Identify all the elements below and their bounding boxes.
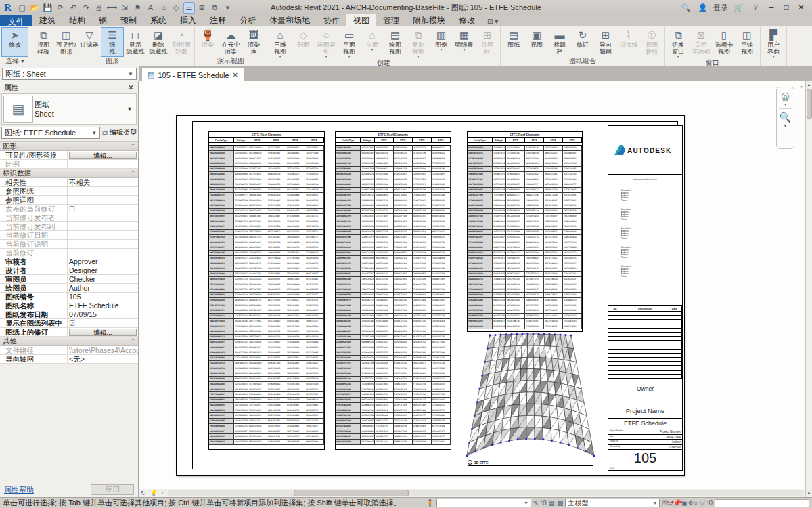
thin-lines-icon[interactable]: ☰: [183, 2, 195, 14]
ribbon-button-matchline[interactable]: ⌇拼接线: [617, 27, 640, 57]
help-icon[interactable]: ?: [750, 2, 761, 14]
ribbon-button-render-in-cloud[interactable]: ☁在云中 渲染: [219, 27, 242, 57]
section-icon[interactable]: ◇: [171, 2, 182, 14]
folder-open-icon[interactable]: 📂: [29, 2, 41, 14]
close-button[interactable]: ✕: [796, 3, 807, 12]
instance-selector[interactable]: 图纸: ETFE Schedule ▼: [1, 127, 100, 139]
ribbon-button-duplicate-view[interactable]: ⧉复制 视图▾: [407, 27, 430, 59]
switch-windows-icon[interactable]: ⧉: [209, 2, 221, 14]
ribbon-button-view-reference[interactable]: ①视图 参照: [640, 27, 663, 57]
aligned-dimension-icon[interactable]: ⇲: [119, 2, 131, 14]
ribbon-tab-分析[interactable]: 分析: [233, 14, 263, 26]
ribbon-button-modify-cursor[interactable]: ➤修改: [1, 27, 28, 57]
properties-help-link[interactable]: 属性帮助: [4, 485, 34, 495]
ribbon-tab-插入[interactable]: 插入: [173, 14, 203, 26]
user-icon[interactable]: 👤: [697, 2, 708, 14]
etfe-schedule-table-2[interactable]: ETFE Roof ElementsFamily/TypeSubtypeETFE…: [335, 131, 451, 450]
select-pinned-icon[interactable]: 📌✕: [673, 499, 681, 507]
ribbon-tab-注释[interactable]: 注释: [203, 14, 233, 26]
press-drag-icon[interactable]: ○: [694, 499, 698, 507]
ribbon-button-callout[interactable]: ○详图索 引▾: [315, 27, 338, 59]
ribbon-button-schedule[interactable]: ▦明细表▾: [453, 27, 476, 59]
ribbon-button-tile-views[interactable]: ◫平铺 视图: [736, 27, 759, 59]
select-links-icon[interactable]: ⇱✕: [662, 499, 667, 507]
type-selector[interactable]: 图纸 : Sheet ▼: [2, 68, 137, 80]
edit-type-button[interactable]: ⧉ 编辑类型: [102, 128, 137, 137]
sheet-view[interactable]: ETFE Roof ElementsFamily/TypeSubtypeETFE…: [176, 115, 685, 476]
ribbon-tab-视图[interactable]: 视图: [346, 14, 376, 26]
ribbon-button-close-inactive[interactable]: ⊠关闭 非活动: [690, 27, 713, 59]
revit-logo-icon[interactable]: R: [4, 2, 12, 14]
ribbon-button-plan-view[interactable]: ▭平面 视图▾: [338, 27, 361, 59]
ribbon-button-cut-profile[interactable]: ◔剖切面 轮廓: [170, 27, 193, 57]
default-3d-view-icon[interactable]: ⌂: [158, 1, 169, 13]
ribbon-button-tab-views[interactable]: ▯选项卡 视图: [713, 27, 736, 59]
chevron-down-icon[interactable]: ▾: [784, 102, 786, 106]
property-group-其他[interactable]: 其他⌃: [0, 337, 138, 346]
worksets-icon[interactable]: 🧍: [426, 499, 434, 507]
ribbon-tab-体量和场地[interactable]: 体量和场地: [263, 14, 317, 26]
ribbon-tab-管理[interactable]: 管理: [376, 14, 406, 26]
edit-button[interactable]: 编辑...: [69, 152, 137, 159]
checkbox-icon[interactable]: ☐: [69, 205, 75, 213]
minimize-button[interactable]: –: [766, 3, 777, 12]
ribbon-button-visibility-graphics[interactable]: ◫可见性/ 图形: [55, 27, 78, 57]
editing-requests-icon[interactable]: ✎: [533, 499, 539, 507]
ribbon-button-thin-lines[interactable]: ☰细 线: [101, 27, 124, 57]
maximize-button[interactable]: □: [781, 3, 792, 12]
select-by-face-icon[interactable]: ▣: [681, 499, 687, 507]
collapse-chevron-icon[interactable]: ⌃: [798, 85, 804, 92]
vertical-scrollbar[interactable]: ▲ ▼: [805, 81, 812, 497]
ribbon-button-guide-grid[interactable]: ⊞导向 轴网: [594, 27, 617, 57]
ribbon-tab-建筑[interactable]: 建筑: [32, 14, 62, 26]
selection-filter-icon[interactable]: ▽: [700, 499, 705, 507]
ribbon-button-elevation[interactable]: ⌂立面▾: [361, 27, 384, 59]
ribbon-button-section[interactable]: ◇剖面: [292, 27, 315, 59]
ribbon-button-drafting-view[interactable]: ▤绘图 视图: [384, 27, 407, 59]
ribbon-tab-钢[interactable]: 钢: [92, 14, 114, 26]
ribbon-display-toggle[interactable]: ⊡ ▾: [482, 16, 503, 26]
ribbon-button-render-gallery[interactable]: 🖼渲染 库: [242, 27, 265, 57]
customize-qat-icon[interactable]: ▾: [222, 2, 233, 14]
cart-icon[interactable]: 🛒: [733, 2, 744, 14]
ribbon-button-user-interface[interactable]: ▛用户 界面▾: [762, 27, 785, 59]
scroll-up-icon[interactable]: ▲: [806, 81, 812, 88]
edit-button[interactable]: 编辑...: [69, 329, 137, 336]
ribbon-button-3d-view[interactable]: ⌂三维 视图▾: [269, 27, 292, 59]
active-workset-select[interactable]: ▼: [436, 499, 531, 507]
zoom-icon[interactable]: 🔍: [780, 111, 791, 123]
ribbon-button-render[interactable]: 🏺渲染: [196, 27, 219, 57]
ribbon-button-switch-windows[interactable]: ⧉切换 窗口▾: [667, 27, 690, 59]
apply-button[interactable]: 应用: [91, 484, 134, 495]
redo-icon[interactable]: ↷: [81, 2, 92, 14]
ribbon-button-remove-hidden-lines[interactable]: ◪删除 隐藏线: [147, 27, 170, 57]
ribbon-button-legend[interactable]: ▥图例▾: [430, 27, 453, 59]
close-hidden-windows-icon[interactable]: ⊠: [196, 2, 208, 14]
ribbon-button-view-template[interactable]: ⧉视图 样板: [32, 27, 55, 57]
checkbox-icon[interactable]: ☑: [69, 320, 75, 327]
tag-icon[interactable]: ⚑: [132, 2, 143, 14]
measure-icon[interactable]: ⟷: [106, 2, 118, 14]
ribbon-tab-预制[interactable]: 预制: [114, 14, 143, 26]
etfe-dome-3d-view[interactable]: [464, 331, 597, 459]
etfe-schedule-table-3[interactable]: ETFE Roof ElementsFamily/TypeSubtypeETFE…: [467, 131, 583, 332]
text-icon[interactable]: A: [145, 1, 156, 13]
close-view-tab-icon[interactable]: ✕: [233, 71, 238, 79]
view-tab-active[interactable]: ▤ 105 - ETFE Schedule ✕: [142, 68, 244, 81]
open-file-icon[interactable]: ▢: [16, 2, 28, 14]
horizontal-scrollbar[interactable]: [168, 490, 803, 496]
ribbon-tab-协作[interactable]: 协作: [317, 14, 346, 26]
navigation-bar[interactable]: ◎ 2D ▾ 🔍 ▾: [776, 87, 794, 149]
ribbon-button-title-block[interactable]: ▬标题 栏: [548, 27, 571, 57]
sync-icon[interactable]: ⟳: [55, 2, 66, 14]
add-to-set-icon[interactable]: ▩: [557, 499, 563, 507]
ribbon-button-new-sheet[interactable]: ▤图纸: [502, 27, 525, 57]
ribbon-button-revisions[interactable]: ↻修订: [571, 27, 594, 57]
type-preview[interactable]: ▤ 图纸 Sheet ▼: [1, 93, 137, 125]
reveal-hidden-elements-icon[interactable]: 💡: [150, 489, 158, 497]
ribbon-button-show-hidden-lines[interactable]: ◻显示 隐藏线: [124, 27, 147, 57]
vertical-scroll-thumb[interactable]: [807, 89, 812, 119]
undo-icon[interactable]: ↶: [68, 2, 79, 14]
design-option-select[interactable]: 主模型 ▼: [565, 499, 660, 507]
save-icon[interactable]: 💾: [42, 2, 53, 14]
